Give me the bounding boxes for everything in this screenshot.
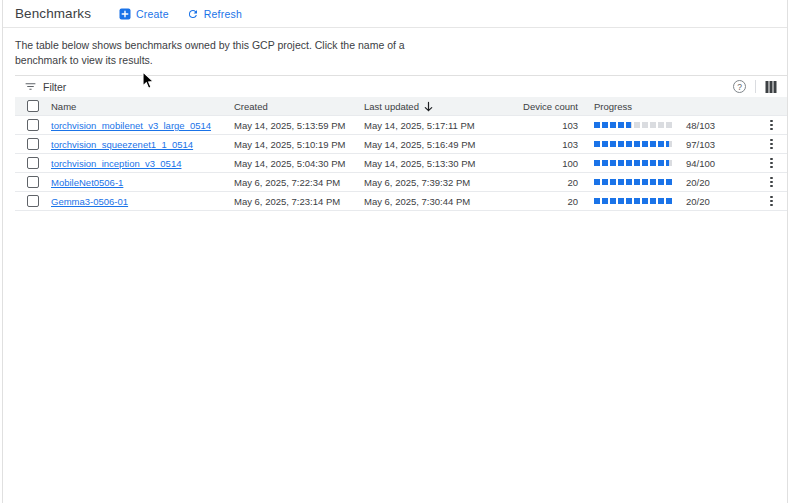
benchmark-name-link[interactable]: torchvision_mobilenet_v3_large_0514 [51, 120, 211, 131]
benchmark-name-link[interactable]: torchvision_inception_v3_0514 [51, 158, 181, 169]
table-row: torchvision_mobilenet_v3_large_0514 May … [15, 116, 787, 135]
device-count-cell: 103 [505, 139, 578, 150]
last-updated-cell: May 6, 2025, 7:39:32 PM [364, 177, 505, 188]
created-cell: May 6, 2025, 7:22:34 PM [234, 177, 364, 188]
row-checkbox-cell [15, 195, 51, 207]
progress-bar [594, 179, 674, 185]
benchmarks-table: Filter ? Name Created Last update [15, 75, 787, 211]
table-row: MobileNet0506-1 May 6, 2025, 7:22:34 PM … [15, 173, 787, 192]
benchmarks-page: Benchmarks Create Refresh The table belo… [0, 0, 800, 503]
progress-bar-fill [594, 160, 669, 166]
name-cell: torchvision_inception_v3_0514 [51, 158, 234, 169]
created-cell: May 14, 2025, 5:04:30 PM [234, 158, 364, 169]
header-checkbox-cell [15, 100, 51, 112]
last-updated-cell: May 14, 2025, 5:16:49 PM [364, 139, 505, 150]
device-count-cell: 103 [505, 120, 578, 131]
column-display-button[interactable] [765, 81, 777, 93]
progress-label: 20/20 [686, 177, 710, 188]
column-header-progress[interactable]: Progress [578, 101, 756, 112]
page-title: Benchmarks [15, 6, 91, 21]
create-button[interactable]: Create [115, 6, 173, 22]
filter-button[interactable]: Filter [24, 80, 66, 93]
progress-label: 20/20 [686, 196, 710, 207]
table-header-row: Name Created Last updated Device count P… [15, 97, 787, 116]
device-count-cell: 20 [505, 177, 578, 188]
row-menu-cell [756, 137, 787, 152]
name-cell: Gemma3-0506-01 [51, 196, 234, 207]
refresh-button[interactable]: Refresh [183, 6, 246, 22]
add-box-icon [119, 8, 131, 20]
name-cell: torchvision_mobilenet_v3_large_0514 [51, 120, 234, 131]
table-row: torchvision_inception_v3_0514 May 14, 20… [15, 154, 787, 173]
row-checkbox-cell [15, 157, 51, 169]
benchmark-name-link[interactable]: MobileNet0506-1 [51, 177, 123, 188]
progress-bar-fill [594, 141, 669, 147]
select-all-checkbox[interactable] [27, 100, 39, 112]
progress-bar [594, 198, 674, 204]
refresh-button-label: Refresh [204, 8, 242, 20]
column-header-name[interactable]: Name [51, 101, 234, 112]
progress-bar-fill [594, 179, 674, 185]
filter-icon [24, 80, 37, 93]
table-body: torchvision_mobilenet_v3_large_0514 May … [15, 116, 787, 211]
benchmark-name-link[interactable]: Gemma3-0506-01 [51, 196, 128, 207]
content-panel: Benchmarks Create Refresh The table belo… [2, 0, 788, 503]
column-header-last-updated-label: Last updated [364, 101, 419, 112]
progress-bar-fill [594, 122, 631, 128]
created-cell: May 6, 2025, 7:23:14 PM [234, 196, 364, 207]
filter-label: Filter [43, 81, 66, 93]
created-cell: May 14, 2025, 5:10:19 PM [234, 139, 364, 150]
progress-bar-fill [594, 198, 674, 204]
row-menu-kebab-icon[interactable] [766, 194, 777, 209]
help-icon[interactable]: ? [733, 80, 746, 93]
column-header-created[interactable]: Created [234, 101, 364, 112]
progress-bar [594, 141, 674, 147]
last-updated-cell: May 6, 2025, 7:30:44 PM [364, 196, 505, 207]
table-row: torchvision_squeezenet1_1_0514 May 14, 2… [15, 135, 787, 154]
progress-bar [594, 122, 674, 128]
row-menu-cell [756, 175, 787, 190]
refresh-icon [187, 8, 199, 20]
created-cell: May 14, 2025, 5:13:59 PM [234, 120, 364, 131]
row-checkbox-cell [15, 138, 51, 150]
sort-desc-icon [423, 101, 434, 112]
row-checkbox[interactable] [27, 157, 39, 169]
top-bar: Benchmarks Create Refresh [3, 0, 787, 28]
row-menu-cell [756, 118, 787, 133]
row-checkbox[interactable] [27, 119, 39, 131]
page-description: The table below shows benchmarks owned b… [15, 38, 420, 68]
last-updated-cell: May 14, 2025, 5:13:30 PM [364, 158, 505, 169]
create-button-label: Create [136, 8, 169, 20]
table-row: Gemma3-0506-01 May 6, 2025, 7:23:14 PM M… [15, 192, 787, 211]
column-header-device-count[interactable]: Device count [505, 101, 578, 112]
row-menu-kebab-icon[interactable] [766, 118, 777, 133]
row-checkbox-cell [15, 176, 51, 188]
row-menu-cell [756, 194, 787, 209]
progress-bar [594, 160, 674, 166]
device-count-cell: 20 [505, 196, 578, 207]
progress-cell: 20/20 [578, 177, 756, 188]
column-header-last-updated[interactable]: Last updated [364, 101, 505, 112]
progress-cell: 97/103 [578, 139, 756, 150]
device-count-cell: 100 [505, 158, 578, 169]
toolbar-divider [755, 80, 756, 93]
progress-cell: 48/103 [578, 120, 756, 131]
table-toolbar: Filter ? [15, 76, 787, 97]
name-cell: MobileNet0506-1 [51, 177, 234, 188]
row-menu-cell [756, 156, 787, 171]
columns-icon [765, 81, 777, 93]
row-menu-kebab-icon[interactable] [766, 137, 777, 152]
row-checkbox[interactable] [27, 176, 39, 188]
last-updated-cell: May 14, 2025, 5:17:11 PM [364, 120, 505, 131]
name-cell: torchvision_squeezenet1_1_0514 [51, 139, 234, 150]
row-checkbox[interactable] [27, 138, 39, 150]
progress-label: 48/103 [686, 120, 715, 131]
progress-cell: 20/20 [578, 196, 756, 207]
row-checkbox-cell [15, 119, 51, 131]
row-menu-kebab-icon[interactable] [766, 156, 777, 171]
progress-cell: 94/100 [578, 158, 756, 169]
row-menu-kebab-icon[interactable] [766, 175, 777, 190]
row-checkbox[interactable] [27, 195, 39, 207]
progress-label: 97/103 [686, 139, 715, 150]
benchmark-name-link[interactable]: torchvision_squeezenet1_1_0514 [51, 139, 193, 150]
